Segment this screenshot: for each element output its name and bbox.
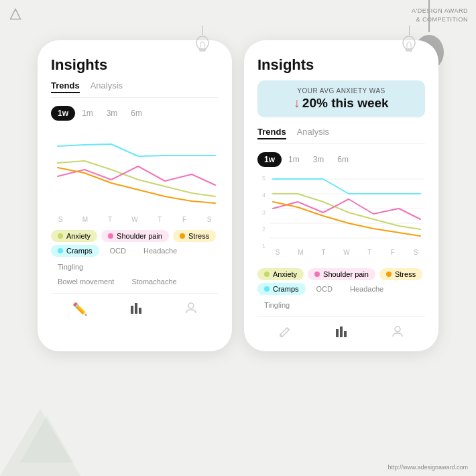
svg-line-25 bbox=[287, 328, 289, 330]
phone2-tags-row2: Cramps OCD Headache Tingling bbox=[257, 283, 425, 311]
svg-rect-28 bbox=[336, 329, 339, 337]
phone1-title: Insights bbox=[51, 56, 219, 74]
tag-headache-1[interactable]: Headache bbox=[137, 245, 184, 257]
tag-headache-2[interactable]: Headache bbox=[343, 283, 390, 295]
tab-analysis-1[interactable]: Analysis bbox=[91, 80, 123, 93]
phone2-bottom-nav bbox=[257, 316, 425, 341]
svg-point-31 bbox=[395, 326, 400, 332]
phone-2: Insights YOUR AVG ANXIETY WAS ↓20% this … bbox=[244, 40, 438, 351]
svg-rect-30 bbox=[344, 331, 347, 337]
tag-stomachache-1[interactable]: Stomachache bbox=[125, 276, 183, 288]
tag-cramps-2[interactable]: Cramps bbox=[257, 283, 306, 295]
down-arrow: ↓ bbox=[294, 96, 300, 110]
svg-marker-1 bbox=[20, 416, 74, 463]
phone1-tabs: Trends Analysis bbox=[51, 80, 219, 98]
tab-analysis-2[interactable]: Analysis bbox=[297, 127, 329, 139]
nav-profile-2[interactable] bbox=[392, 325, 404, 341]
svg-marker-2 bbox=[11, 9, 21, 19]
phone1-tags-row3: Bowel movement Stomachache bbox=[51, 276, 219, 288]
phone1-chart: S M T W T F S bbox=[51, 126, 219, 223]
tag-bowel-1[interactable]: Bowel movement bbox=[51, 276, 121, 288]
period-1m-1[interactable]: 1m bbox=[75, 106, 100, 121]
phone2-tags-row1: Anxiety Shoulder pain Stress bbox=[257, 268, 425, 280]
phone2-bulb bbox=[400, 25, 418, 54]
tag-cramps-1[interactable]: Cramps bbox=[51, 245, 99, 257]
phone1-bulb bbox=[193, 25, 212, 54]
nav-profile-1[interactable] bbox=[185, 302, 197, 317]
tag-shoulder-2[interactable]: Shoulder pain bbox=[308, 268, 375, 280]
period-1m-2[interactable]: 1m bbox=[282, 152, 306, 167]
tag-shoulder-1[interactable]: Shoulder pain bbox=[101, 230, 169, 242]
svg-point-15 bbox=[188, 303, 194, 308]
alert-stat: 20% this week bbox=[302, 96, 389, 110]
phone2-alert: YOUR AVG ANXIETY WAS ↓20% this week bbox=[257, 80, 425, 117]
phone1-tags-row2: Cramps OCD Headache Tingling bbox=[51, 245, 219, 273]
bottom-url: http://www.adesignaward.com bbox=[388, 464, 468, 471]
svg-rect-13 bbox=[135, 303, 137, 314]
tag-stress-2[interactable]: Stress bbox=[379, 268, 422, 280]
tag-tingling-2[interactable]: Tingling bbox=[257, 299, 296, 311]
tag-ocd-1[interactable]: OCD bbox=[103, 245, 133, 257]
period-3m-2[interactable]: 3m bbox=[306, 152, 331, 167]
tag-anxiety-2[interactable]: Anxiety bbox=[257, 268, 304, 280]
phone2-chart: 5 4 3 2 1 bbox=[257, 172, 425, 261]
tag-anxiety-1[interactable]: Anxiety bbox=[51, 230, 97, 242]
phone2-day-labels: S M T W T F S bbox=[268, 249, 425, 256]
svg-rect-29 bbox=[340, 326, 343, 337]
tag-stress-1[interactable]: Stress bbox=[173, 230, 216, 242]
svg-point-8 bbox=[196, 36, 209, 50]
nav-chart-1[interactable] bbox=[129, 302, 143, 317]
tab-trends-1[interactable]: Trends bbox=[51, 80, 80, 93]
phone1-periods: 1w 1m 3m 6m bbox=[51, 106, 219, 121]
period-3m-1[interactable]: 3m bbox=[100, 106, 125, 121]
svg-point-16 bbox=[403, 36, 415, 50]
period-6m-1[interactable]: 6m bbox=[124, 106, 149, 121]
phone2-tabs: Trends Analysis bbox=[257, 127, 425, 144]
nav-edit-2[interactable] bbox=[279, 325, 291, 341]
phone2-title: Insights bbox=[257, 56, 425, 74]
phone-1: Insights Trends Analysis 1w 1m 3m 6m bbox=[38, 40, 232, 351]
svg-rect-12 bbox=[131, 306, 133, 314]
period-1w-2[interactable]: 1w bbox=[257, 152, 282, 167]
phones-wrapper: Insights Trends Analysis 1w 1m 3m 6m bbox=[13, 40, 463, 351]
phone1-day-labels: S M T W T F S bbox=[51, 216, 219, 223]
phone1-bottom-nav: ✏️ bbox=[51, 293, 219, 317]
phone2-y-axis: 5 4 3 2 1 bbox=[257, 172, 268, 261]
nav-chart-2[interactable] bbox=[335, 325, 348, 341]
top-left-logo bbox=[9, 8, 21, 20]
tag-ocd-2[interactable]: OCD bbox=[310, 283, 339, 295]
nav-edit-1[interactable]: ✏️ bbox=[72, 302, 87, 317]
tag-tingling-1[interactable]: Tingling bbox=[51, 261, 90, 273]
svg-rect-14 bbox=[139, 308, 141, 314]
period-6m-2[interactable]: 6m bbox=[331, 152, 355, 167]
phone2-periods: 1w 1m 3m 6m bbox=[257, 152, 425, 167]
tab-trends-2[interactable]: Trends bbox=[257, 127, 286, 139]
phone1-tags-row1: Anxiety Shoulder pain Stress bbox=[51, 230, 219, 242]
period-1w-1[interactable]: 1w bbox=[51, 106, 75, 121]
